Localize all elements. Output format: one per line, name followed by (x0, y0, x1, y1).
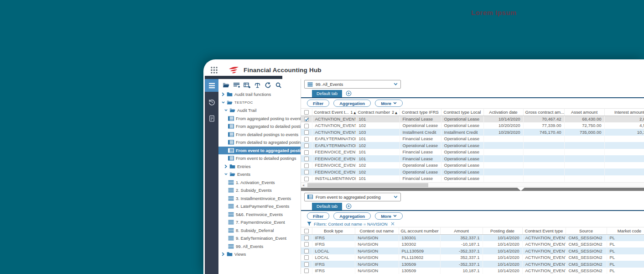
table-row[interactable]: IFRSNAVISION130301352,337.110/14/2020ACT… (301, 234, 644, 241)
column-header[interactable]: Market code (607, 227, 644, 234)
view-selector[interactable]: From event to aggregated posting (304, 193, 401, 201)
row-checkbox[interactable] (304, 143, 309, 148)
select-all-checkbox[interactable] (304, 229, 309, 233)
add-tab-icon[interactable] (346, 203, 352, 209)
column-header[interactable]: Amount (440, 227, 483, 234)
tree-item[interactable]: Events (218, 170, 301, 179)
more-button[interactable]: More (375, 100, 403, 107)
tree-item[interactable]: 2. Subsidy_Events (218, 186, 301, 195)
aggregation-button[interactable]: Aggregation (333, 212, 371, 220)
add-row-icon[interactable] (233, 82, 240, 88)
row-checkbox[interactable] (304, 269, 309, 273)
column-header[interactable]: GL account number (399, 227, 440, 234)
chevron-down-icon[interactable] (222, 100, 227, 105)
chevron-down-icon[interactable] (224, 108, 229, 112)
tree-item[interactable]: From aggregated to detailed postings (218, 122, 301, 131)
row-checkbox[interactable] (304, 177, 309, 181)
view-selector[interactable]: 99. All_Events (304, 80, 401, 89)
tab-default[interactable]: Default tab (312, 90, 342, 97)
chevron-right-icon[interactable] (222, 92, 227, 96)
tree-item[interactable]: From event to detailed postings (218, 154, 301, 163)
tree-item[interactable]: Views (218, 250, 301, 258)
table-row[interactable]: ACTIVATION_EVENT102Operational LeaseOper… (301, 122, 644, 129)
more-button[interactable]: More (375, 212, 403, 220)
remove-filter-icon[interactable] (391, 222, 395, 226)
folder-open-icon[interactable] (223, 82, 229, 88)
tree-item[interactable]: 4. LatePaymentFee_Events (218, 202, 301, 211)
table-row[interactable]: EARLYTERMINATION_EV...102Operational Lea… (301, 142, 644, 149)
row-checkbox[interactable] (304, 157, 309, 161)
chevron-right-icon[interactable] (224, 164, 229, 169)
row-checkbox[interactable] (304, 124, 309, 128)
column-header[interactable]: Contract Event type (522, 227, 566, 234)
chevron-down-icon[interactable] (224, 172, 229, 176)
column-header[interactable]: Posting date (483, 227, 522, 234)
tree-item[interactable]: 5&6. FeeInvoice_Events (218, 211, 301, 219)
add-table-icon[interactable] (244, 82, 250, 88)
row-checkbox[interactable] (304, 150, 309, 155)
row-checkbox[interactable] (304, 255, 309, 260)
refresh-icon[interactable] (265, 82, 271, 88)
table-row[interactable]: IFRSNAVISION130509-352,337.110/14/2020AC… (301, 261, 644, 268)
tree-item[interactable]: From detailed to agregated postings (218, 138, 301, 147)
column-header[interactable]: Book type (312, 227, 355, 234)
column-header[interactable]: Contract Event t...1▲ (312, 108, 356, 116)
row-checkbox[interactable] (304, 163, 309, 168)
row-checkbox[interactable] (304, 170, 309, 174)
aggregation-button[interactable]: Aggregation (333, 100, 371, 107)
column-header[interactable]: Activation date (483, 108, 523, 116)
column-header[interactable]: Contract type Local (441, 108, 483, 116)
chevron-right-icon[interactable] (222, 252, 227, 256)
table-row[interactable]: FEEINVOICE_EVENT101Financial LeaseOperat… (301, 155, 644, 162)
scale-icon[interactable] (254, 82, 261, 88)
panel-splitter[interactable] (301, 188, 644, 190)
tree-item[interactable]: From event to aggregated posting (218, 147, 301, 155)
tree-item[interactable]: Entries (218, 163, 301, 171)
scroll-left-icon[interactable]: ◂ (302, 183, 304, 188)
tree-item[interactable]: Audit Trail (218, 106, 301, 115)
app-launcher-grid-icon[interactable] (210, 66, 218, 74)
column-header[interactable]: Gross contract am... (523, 108, 564, 116)
select-all-checkbox[interactable] (304, 110, 309, 115)
row-checkbox[interactable] (304, 236, 309, 240)
tree-item[interactable]: TESTPOC (218, 99, 301, 107)
column-header[interactable]: Asset amount (564, 108, 604, 116)
table-row[interactable]: FEEINVOICE_EVENT101Financial LeaseOperat… (301, 149, 644, 156)
filter-button[interactable]: Filter (307, 212, 329, 220)
table-row[interactable]: FEEINVOICE_EVENT102Operational LeaseOper… (301, 169, 644, 175)
filter-button[interactable]: Filter (307, 100, 329, 107)
row-checkbox[interactable] (304, 262, 309, 267)
table-row[interactable]: LOCALNAVISIONPLL130509-352,337.110/14/20… (301, 248, 644, 254)
table-row[interactable]: ACTIVATION_EVENT103Installment CreditIns… (301, 129, 644, 136)
tree-item[interactable]: 1. Activation_Events (218, 179, 301, 187)
table-row[interactable]: INSTALLMENTINVOICE_...101Financial Lease… (301, 175, 644, 182)
row-checkbox[interactable] (304, 249, 309, 253)
tree-item[interactable]: 7. PaymentInvoice_Event (218, 218, 301, 227)
table-row[interactable]: ACTIVATION_EVENT101Financial LeaseOperat… (301, 116, 644, 122)
tree-item[interactable]: Audit trail functions (218, 90, 301, 99)
tree-item[interactable]: From detailed postings to events (218, 131, 301, 139)
column-header[interactable]: Contract number2▲ (356, 108, 400, 116)
tree-item[interactable]: 9. EarlyTermination_Event (218, 234, 301, 242)
horizontal-scrollbar[interactable]: ◂ (301, 182, 644, 187)
table-row[interactable]: IFRSNAVISION13050910,187.110/14/2020ACTI… (301, 268, 644, 274)
row-checkbox[interactable] (304, 117, 309, 121)
tree-item[interactable]: 3. InstallmentInvoice_Events (218, 195, 301, 203)
row-checkbox[interactable] (304, 130, 309, 135)
table-row[interactable]: EARLYTERMINATION_EV...101Financial Lease… (301, 136, 644, 142)
column-header[interactable]: Context out name (355, 227, 399, 234)
row-checkbox[interactable] (304, 137, 309, 142)
document-icon[interactable] (205, 112, 218, 125)
history-icon[interactable] (205, 95, 218, 108)
table-row[interactable]: IFRSNAVISION130302-10,187.110/14/2020ACT… (301, 241, 644, 248)
column-header[interactable]: Source (566, 227, 607, 234)
column-header[interactable]: Contract type IFRS (400, 108, 441, 116)
table-row[interactable]: FEEINVOICE_EVENT102Operational LeaseOper… (301, 162, 644, 169)
tree-item[interactable]: 99. All_Events (218, 242, 301, 251)
scrollbar-thumb[interactable] (307, 183, 428, 187)
search-icon[interactable] (275, 82, 282, 88)
column-header[interactable]: Interest amount (604, 108, 644, 116)
tree-item[interactable]: 8. Subsidy_Deferral (218, 227, 301, 235)
tree-item[interactable]: From aggregated posting to event (218, 115, 301, 123)
table-row[interactable]: LOCALNAVISIONPLL110602352,337.110/14/202… (301, 254, 644, 261)
